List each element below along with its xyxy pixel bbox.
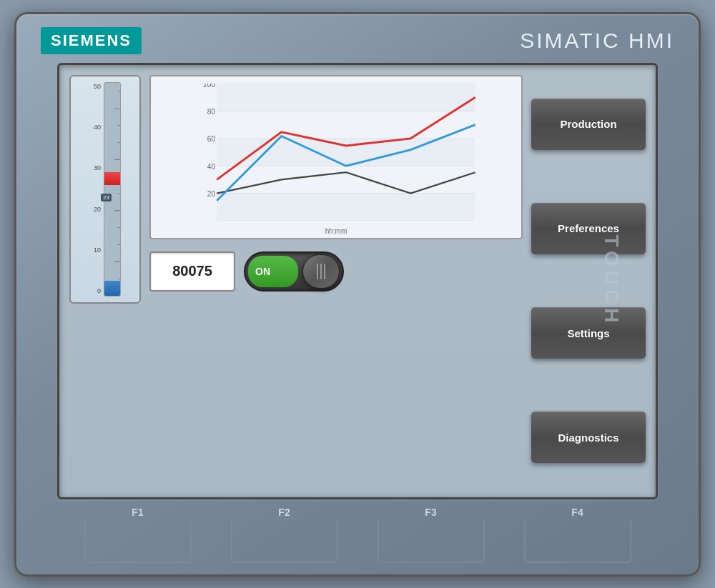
fkey-f3-button[interactable] xyxy=(378,520,485,563)
thermometer-widget: 50 40 30 20 10 0 xyxy=(69,75,141,304)
header: SIEMENS SIMATIC HMI xyxy=(24,21,691,60)
knob-line-2 xyxy=(320,264,322,279)
fkey-f1-group: F1 xyxy=(84,507,192,563)
chart-widget: 100 80 60 40 20 12:00 12:30 13:00 13:30 … xyxy=(149,75,523,239)
thermo-current-value: 23 xyxy=(101,194,112,201)
preferences-button[interactable]: Preferences xyxy=(531,203,646,254)
fkey-f4-group: F4 xyxy=(524,507,631,563)
thermo-blue-level xyxy=(104,281,120,296)
svg-rect-15 xyxy=(217,193,475,220)
settings-button[interactable]: Settings xyxy=(531,307,646,359)
thermo-label-0: 0 xyxy=(75,288,104,294)
function-keys: F1 F2 F3 F4 xyxy=(57,502,658,567)
fkey-f2-group: F2 xyxy=(231,507,338,563)
thermo-labels: 50 40 30 20 10 0 xyxy=(75,82,104,297)
bottom-controls: 80075 ON xyxy=(149,246,523,297)
fkey-f1-button[interactable] xyxy=(84,520,192,563)
thermo-label-40: 40 xyxy=(75,124,104,131)
product-title: SIMATIC HMI xyxy=(520,29,674,53)
thermo-label-20: 20 xyxy=(75,206,104,213)
thermo-tick-svg xyxy=(104,83,120,296)
toggle-knob-lines xyxy=(317,264,325,279)
toggle-on-label: ON xyxy=(255,266,270,277)
thermo-label-50: 50 xyxy=(75,84,104,90)
screen-area: TOUCH 50 40 30 20 10 0 xyxy=(57,63,658,499)
production-button[interactable]: Production xyxy=(531,99,646,150)
knob-line-1 xyxy=(317,264,318,279)
fkey-f1-label: F1 xyxy=(132,507,143,518)
brand-name: SIEMENS xyxy=(51,31,132,49)
chart-x-label: hh:mm xyxy=(325,227,347,235)
fkey-f3-label: F3 xyxy=(425,507,436,518)
svg-text:20: 20 xyxy=(207,190,216,198)
thermo-bar xyxy=(104,82,121,297)
thermo-label-10: 10 xyxy=(75,247,104,254)
fkey-f4-button[interactable] xyxy=(524,520,631,563)
left-panel: 50 40 30 20 10 0 xyxy=(69,75,141,487)
thermo-scale: 50 40 30 20 10 0 xyxy=(75,82,135,297)
siemens-logo: SIEMENS xyxy=(41,27,142,54)
center-panel: 100 80 60 40 20 12:00 12:30 13:00 13:30 … xyxy=(149,75,523,487)
hmi-device: SIEMENS SIMATIC HMI TOUCH 50 40 30 20 10… xyxy=(14,12,701,577)
svg-rect-13 xyxy=(217,84,475,111)
svg-text:40: 40 xyxy=(207,162,216,170)
toggle-knob xyxy=(302,254,340,289)
toggle-switch[interactable]: ON xyxy=(244,251,344,291)
svg-text:60: 60 xyxy=(207,135,216,143)
chart-svg: 100 80 60 40 20 12:00 12:30 13:00 13:30 … xyxy=(177,84,516,221)
fkey-f2-button[interactable] xyxy=(231,520,338,563)
svg-text:100: 100 xyxy=(203,84,215,89)
thermo-red-level xyxy=(104,172,120,185)
fkey-f4-label: F4 xyxy=(571,507,583,518)
diagnostics-button[interactable]: Diagnostics xyxy=(531,412,646,463)
svg-text:80: 80 xyxy=(207,107,216,115)
knob-line-3 xyxy=(324,264,325,279)
fkey-f2-label: F2 xyxy=(278,507,290,518)
right-panel: Production Preferences Settings Diagnost… xyxy=(531,75,646,487)
value-display[interactable]: 80075 xyxy=(149,251,235,291)
fkey-f3-group: F3 xyxy=(378,507,485,563)
thermo-label-30: 30 xyxy=(75,165,104,171)
